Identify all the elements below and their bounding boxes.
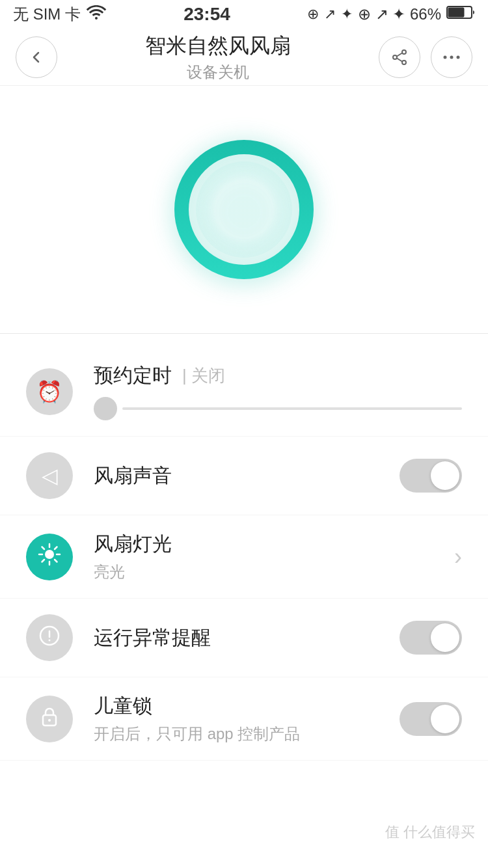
battery-label: ⊕ ↗ ✦ 66% xyxy=(358,5,441,23)
nav-right-buttons xyxy=(379,36,472,78)
sound-icon-bg: ◁ xyxy=(26,452,73,499)
back-button[interactable] xyxy=(16,36,57,78)
slider-track[interactable] xyxy=(122,407,462,410)
svg-point-8 xyxy=(450,55,454,59)
schedule-slider[interactable] xyxy=(94,397,462,420)
battery-icon xyxy=(446,5,475,23)
status-left: 无 SIM 卡 xyxy=(13,4,107,25)
nav-title-area: 智米自然风风扇 设备关机 xyxy=(145,32,291,83)
schedule-item[interactable]: ⏰ 预约定时 | 关闭 xyxy=(0,347,488,437)
sound-item[interactable]: ◁ 风扇声音 xyxy=(0,437,488,515)
light-subtitle: 亮光 xyxy=(94,562,454,582)
sound-title: 风扇声音 xyxy=(94,465,172,486)
lock-icon xyxy=(38,705,61,733)
sim-status: 无 SIM 卡 xyxy=(13,4,81,25)
sound-content: 风扇声音 xyxy=(94,463,400,489)
schedule-title: 预约定时 xyxy=(94,362,172,389)
alert-toggle[interactable] xyxy=(400,621,462,655)
nav-title: 智米自然风风扇 xyxy=(145,32,291,61)
alert-icon-bg xyxy=(26,614,73,661)
lock-icon: ⊕ xyxy=(307,6,319,23)
light-icon-bg xyxy=(26,534,73,580)
nav-subtitle: 设备关机 xyxy=(145,62,291,83)
svg-line-19 xyxy=(55,547,57,549)
childlock-toggle[interactable] xyxy=(400,702,462,736)
slider-thumb[interactable] xyxy=(94,397,117,420)
light-content: 风扇灯光 亮光 xyxy=(94,531,454,582)
svg-line-17 xyxy=(42,547,45,549)
status-bar: 无 SIM 卡 23:54 ⊕ ↗ ✦ ⊕ ↗ ✦ 66% xyxy=(0,0,488,29)
childlock-subtitle: 开启后，只可用 app 控制产品 xyxy=(94,724,400,744)
status-time: 23:54 xyxy=(183,4,230,25)
schedule-content: 预约定时 | 关闭 xyxy=(94,362,462,420)
fan-circle-area[interactable] xyxy=(0,86,488,333)
share-button[interactable] xyxy=(379,36,420,78)
nav-bar: 智米自然风风扇 设备关机 xyxy=(0,29,488,86)
settings-list: ⏰ 预约定时 | 关闭 ◁ 风扇声音 xyxy=(0,334,488,761)
status-right: ⊕ ↗ ✦ ⊕ ↗ ✦ 66% xyxy=(307,5,475,23)
svg-line-18 xyxy=(55,560,57,562)
wifi-icon xyxy=(86,5,107,23)
svg-point-3 xyxy=(393,55,397,59)
svg-point-11 xyxy=(196,161,292,258)
alert-title: 运行异常提醒 xyxy=(94,627,211,648)
svg-line-20 xyxy=(42,560,45,562)
svg-point-2 xyxy=(402,50,406,54)
childlock-icon-bg xyxy=(26,696,73,742)
light-item[interactable]: 风扇灯光 亮光 › xyxy=(0,515,488,599)
light-title: 风扇灯光 xyxy=(94,533,172,554)
svg-point-4 xyxy=(402,61,406,64)
svg-line-5 xyxy=(397,53,402,56)
svg-rect-1 xyxy=(448,8,465,18)
fan-power-ring[interactable] xyxy=(172,138,316,281)
warning-icon xyxy=(38,624,61,652)
childlock-content: 儿童锁 开启后，只可用 app 控制产品 xyxy=(94,693,400,744)
svg-point-25 xyxy=(48,719,51,722)
alert-content: 运行异常提醒 xyxy=(94,625,400,651)
schedule-icon-bg: ⏰ xyxy=(26,368,73,415)
brightness-icon xyxy=(38,543,61,571)
alert-item[interactable]: 运行异常提醒 xyxy=(0,599,488,677)
svg-point-7 xyxy=(444,55,447,59)
speaker-icon: ◁ xyxy=(42,463,58,488)
watermark: 值 什么值得买 xyxy=(385,822,475,842)
svg-point-12 xyxy=(45,550,54,559)
more-button[interactable] xyxy=(431,36,472,78)
clock-icon: ⏰ xyxy=(36,379,62,404)
bluetooth-icon: ✦ xyxy=(341,6,353,23)
svg-point-9 xyxy=(457,55,460,59)
childlock-item[interactable]: 儿童锁 开启后，只可用 app 控制产品 xyxy=(0,677,488,761)
svg-point-23 xyxy=(49,639,51,641)
svg-line-6 xyxy=(397,58,402,61)
sound-toggle[interactable] xyxy=(400,459,462,493)
location-icon: ↗ xyxy=(324,6,336,23)
childlock-title: 儿童锁 xyxy=(94,695,152,716)
light-chevron-icon: › xyxy=(454,543,462,571)
schedule-tag: | 关闭 xyxy=(182,364,225,387)
